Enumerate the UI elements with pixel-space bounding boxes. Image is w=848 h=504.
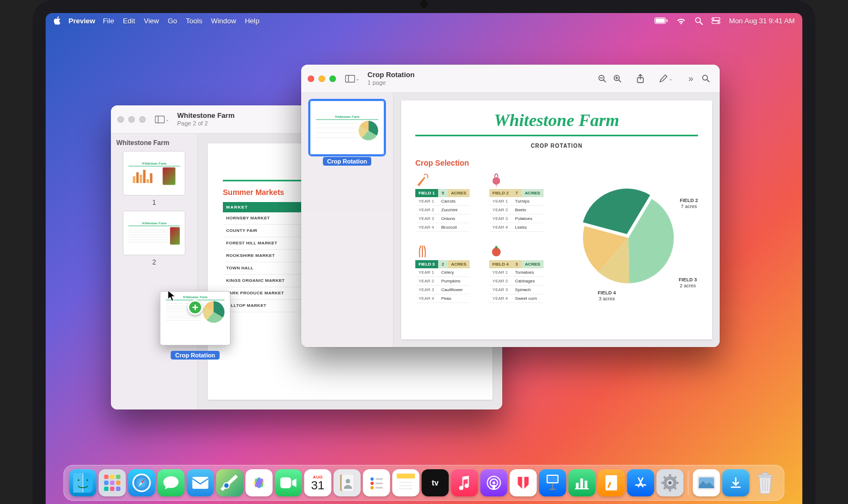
menu-file[interactable]: File bbox=[103, 17, 114, 25]
table-row: YEAR 4Leeks bbox=[489, 223, 544, 232]
menu-help[interactable]: Help bbox=[245, 17, 259, 25]
menu-tools[interactable]: Tools bbox=[186, 17, 202, 25]
svg-point-73 bbox=[669, 481, 672, 484]
dock-trash[interactable] bbox=[752, 469, 779, 496]
thumbnails-sidebar: Whitestone Farm Crop Rotation bbox=[301, 93, 394, 347]
dock-numbers[interactable] bbox=[569, 469, 596, 496]
thumbnail-label: Crop Rotation bbox=[323, 157, 371, 166]
svg-line-22 bbox=[707, 80, 709, 82]
apple-menu[interactable] bbox=[53, 16, 61, 25]
crop-field-block: FIELD 2 7 ACRES YEAR 1TurnipsYEAR 2Beets… bbox=[489, 173, 544, 232]
section-heading: Crop Selection bbox=[415, 159, 698, 167]
crop-field-block: FIELD 1 5 ACRES YEAR 1CarrotsYEAR 2Zucch… bbox=[415, 173, 470, 232]
window-controls bbox=[117, 116, 146, 123]
dock-safari[interactable] bbox=[128, 469, 155, 496]
crop-field-block: FIELD 4 3 ACRES YEAR 1TomatoesYEAR 2Cabb… bbox=[489, 244, 544, 303]
doc-subtitle: CROP ROTATION bbox=[415, 143, 698, 149]
dock-calendar[interactable]: AUG31 bbox=[304, 469, 332, 496]
dock-preview-doc[interactable] bbox=[693, 469, 720, 496]
thumbnail-page-1[interactable]: Whitestone Farm bbox=[123, 151, 185, 196]
celery-icon bbox=[415, 244, 470, 258]
menu-go[interactable]: Go bbox=[167, 17, 177, 25]
sidebar-mode-caret[interactable]: ⌄ bbox=[165, 117, 170, 122]
menu-view[interactable]: View bbox=[144, 17, 159, 25]
svg-rect-11 bbox=[346, 75, 355, 82]
fullscreen-button[interactable] bbox=[329, 75, 336, 82]
minimize-button[interactable] bbox=[128, 116, 135, 123]
svg-rect-46 bbox=[397, 474, 415, 478]
dock-keynote[interactable] bbox=[539, 469, 566, 496]
sidebar-mode-caret[interactable]: ⌄ bbox=[356, 76, 360, 81]
dock-news[interactable] bbox=[510, 469, 537, 496]
dock-settings[interactable] bbox=[657, 469, 684, 496]
dock-notes[interactable] bbox=[392, 469, 420, 496]
dock-photos[interactable] bbox=[246, 469, 273, 496]
search-button[interactable] bbox=[698, 71, 713, 86]
svg-rect-57 bbox=[550, 489, 556, 490]
svg-point-39 bbox=[346, 479, 350, 483]
dock-appstore[interactable] bbox=[627, 469, 654, 496]
dock-maps[interactable] bbox=[216, 469, 244, 496]
svg-rect-45 bbox=[376, 487, 383, 489]
control-center-icon[interactable] bbox=[712, 17, 720, 24]
fullscreen-button[interactable] bbox=[139, 116, 146, 123]
dock-separator bbox=[688, 470, 689, 495]
svg-rect-60 bbox=[585, 481, 588, 488]
close-button[interactable] bbox=[308, 75, 314, 82]
svg-point-40 bbox=[371, 477, 374, 481]
spotlight-icon[interactable] bbox=[695, 17, 703, 25]
drag-ghost-label: Crop Rotation bbox=[171, 351, 219, 360]
svg-rect-43 bbox=[376, 483, 383, 484]
zoom-out-button[interactable] bbox=[595, 71, 610, 86]
menu-window[interactable]: Window bbox=[211, 17, 236, 25]
mouse-cursor-icon bbox=[167, 290, 176, 304]
toolbar-overflow-button[interactable]: » bbox=[683, 71, 698, 86]
close-button[interactable] bbox=[117, 116, 124, 123]
svg-rect-77 bbox=[763, 472, 768, 475]
svg-rect-66 bbox=[662, 482, 665, 484]
preview-window-crop-rotation: ⌄ Crop Rotation 1 page ⌄ » bbox=[301, 65, 720, 347]
markup-caret[interactable]: ⌄ bbox=[669, 76, 673, 81]
menu-edit[interactable]: Edit bbox=[123, 17, 135, 25]
dock-tv[interactable]: tv bbox=[422, 469, 449, 496]
dock-reminders[interactable] bbox=[363, 469, 390, 496]
dock-mail[interactable] bbox=[187, 469, 214, 496]
dock-podcasts[interactable] bbox=[481, 469, 508, 496]
dock-pages[interactable] bbox=[598, 469, 625, 496]
thumbnail-page-2[interactable]: Whitestone Farm bbox=[123, 211, 185, 255]
table-row: YEAR 1Turnips bbox=[489, 197, 544, 206]
svg-rect-65 bbox=[669, 488, 671, 492]
thumbnail-page-1[interactable]: Whitestone Farm bbox=[310, 100, 384, 155]
pie-label-field3: FIELD 32 acres bbox=[678, 277, 697, 289]
svg-line-4 bbox=[700, 22, 702, 24]
svg-point-27 bbox=[86, 480, 88, 481]
dock-music[interactable] bbox=[451, 469, 478, 496]
svg-point-24 bbox=[492, 248, 501, 256]
table-row: YEAR 4Peas bbox=[415, 294, 470, 303]
dock-contacts[interactable] bbox=[334, 469, 361, 496]
wifi-status-icon[interactable] bbox=[676, 17, 686, 24]
svg-point-21 bbox=[702, 75, 707, 80]
thumbnail-label-2: 2 bbox=[116, 259, 192, 266]
pie-label-field2: FIELD 27 acres bbox=[679, 198, 698, 210]
zoom-in-button[interactable] bbox=[610, 71, 625, 86]
window-title: Whitestone Farm bbox=[177, 111, 234, 120]
battery-status-icon[interactable] bbox=[654, 17, 668, 24]
doc-title: Whitestone Farm bbox=[415, 110, 698, 130]
carrot-icon bbox=[415, 173, 470, 187]
table-row: YEAR 3Potatoes bbox=[489, 215, 544, 223]
dock-facetime[interactable] bbox=[275, 469, 302, 496]
dock-launchpad[interactable] bbox=[99, 469, 126, 496]
svg-rect-36 bbox=[280, 477, 291, 488]
dock-messages[interactable] bbox=[158, 469, 185, 496]
menubar-clock[interactable]: Mon Aug 31 9:41 AM bbox=[729, 17, 795, 25]
share-button[interactable] bbox=[633, 71, 648, 86]
dock-downloads[interactable] bbox=[722, 469, 750, 496]
svg-rect-28 bbox=[192, 477, 209, 489]
sidebar-doc-title: Whitestone Farm bbox=[116, 139, 192, 147]
active-app-name[interactable]: Preview bbox=[68, 17, 95, 25]
svg-rect-2 bbox=[666, 20, 668, 22]
minimize-button[interactable] bbox=[319, 75, 325, 82]
table-row: YEAR 1Tomatoes bbox=[489, 268, 544, 277]
dock-finder[interactable] bbox=[70, 469, 97, 496]
